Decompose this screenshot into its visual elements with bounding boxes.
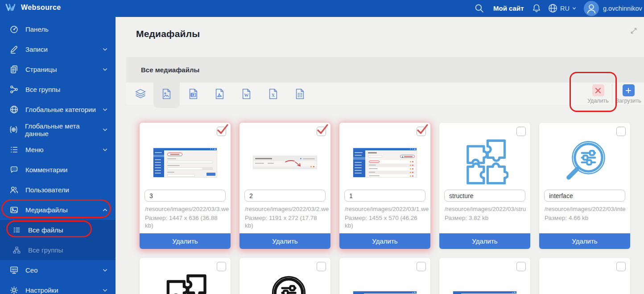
media-thumbnail-magnifier-black-icon	[245, 271, 325, 294]
sidebar-item-settings[interactable]: Настройки	[0, 280, 116, 294]
sidebar-subitem-all-groups[interactable]: Все группы	[0, 240, 116, 260]
globe-icon	[9, 105, 19, 114]
topbar: Websource Мой сайт RU g.ovch	[0, 0, 644, 17]
pages-icon	[9, 65, 19, 74]
avatar[interactable]	[584, 1, 599, 16]
sidebar-subitem-all-files[interactable]: Все файлы	[0, 220, 116, 240]
card-checkbox-checked[interactable]	[217, 127, 226, 136]
globe-icon	[548, 3, 558, 13]
language-label: RU	[560, 5, 570, 12]
sidebar-item-users[interactable]: Пользователи	[0, 180, 116, 200]
card-checkbox-checked[interactable]	[317, 127, 326, 136]
expand-fullscreen-icon[interactable]	[630, 27, 638, 37]
card-delete-button[interactable]: Удалить	[239, 233, 330, 249]
search-icon[interactable]	[474, 3, 484, 15]
media-path: /resource/images/2022/03/1.we	[345, 206, 429, 212]
sidebar-item-pages[interactable]: Страницы	[0, 59, 116, 79]
my-site-link[interactable]: Мой сайт	[493, 4, 524, 12]
card-delete-button[interactable]: Удалить	[339, 233, 430, 249]
media-name-input[interactable]	[244, 190, 326, 202]
sidebar-item-menu[interactable]: Меню	[0, 140, 116, 160]
chevron-down-icon	[102, 267, 108, 273]
file-pdf-icon	[214, 88, 226, 100]
media-path: /resource/images/2022/03/inte	[545, 206, 629, 212]
card-checkbox[interactable]	[616, 127, 626, 136]
media-name-input[interactable]	[544, 190, 625, 202]
media-card	[539, 258, 630, 294]
card-delete-button[interactable]: Удалить	[539, 233, 630, 249]
tab-word[interactable]: W	[233, 83, 260, 105]
card-checkbox[interactable]	[616, 262, 626, 271]
card-delete-button[interactable]: Удалить	[439, 233, 530, 249]
media-path: /resource/images/2022/03/3.we	[145, 206, 230, 212]
mediafiles-submenu: Все файлы Все группы	[0, 220, 116, 260]
delete-label: Удалить	[584, 98, 612, 104]
tab-all-files[interactable]	[127, 83, 153, 105]
media-card: /resource/images/2022/03/3.we Размер: 14…	[140, 123, 231, 249]
sidebar-item-posts[interactable]: Записи	[0, 39, 116, 59]
media-path: /resource/images/2022/03/2.we	[245, 206, 330, 212]
card-checkbox[interactable]	[516, 127, 526, 136]
card-delete-button[interactable]: Удалить	[140, 233, 231, 249]
tab-pdf[interactable]	[206, 83, 233, 105]
media-card	[339, 258, 430, 294]
file-excel-icon: X	[267, 88, 279, 100]
media-path: /resource/images/2022/03/stru	[445, 206, 529, 212]
media-size: Размер: 1191 x 272 (17.78 kb)	[245, 214, 326, 229]
tab-excel[interactable]: X	[260, 83, 286, 105]
svg-text:W: W	[244, 92, 248, 97]
tab-video[interactable]	[180, 83, 206, 105]
comment-icon	[9, 165, 19, 174]
list-icon	[9, 145, 19, 154]
media-thumbnail-screenshot	[345, 136, 425, 189]
red-checkmark-icon	[215, 124, 229, 136]
sidebar-item-label: Сео	[25, 266, 38, 274]
svg-text:SEO: SEO	[11, 268, 16, 271]
brand-logo[interactable]: Websource	[5, 3, 61, 12]
file-type-tabs: W X Удалить Загрузить	[126, 83, 644, 105]
globe-braces-icon	[9, 125, 18, 134]
chevron-up-icon	[102, 207, 108, 213]
sidebar-item-label: Все группы	[25, 86, 60, 93]
media-files-page: Websource Мой сайт RU g.ovch	[0, 0, 644, 294]
sidebar-item-global-meta[interactable]: Глобальные мета данные	[0, 120, 116, 140]
card-checkbox[interactable]	[317, 262, 326, 271]
sidebar-item-label: Комментарии	[25, 166, 67, 174]
image-icon	[9, 205, 19, 215]
media-card	[140, 258, 231, 294]
card-checkbox[interactable]	[217, 262, 226, 271]
tab-other[interactable]	[287, 83, 313, 105]
chevron-down-icon	[102, 287, 108, 294]
seo-monitor-icon: SEO	[9, 265, 19, 275]
chevron-down-icon	[102, 66, 108, 73]
chevron-down-icon	[102, 126, 108, 133]
media-thumbnail-puzzle-icon	[445, 136, 525, 189]
media-card: /resource/images/2022/03/inte Размер: 4.…	[539, 123, 630, 249]
file-image-icon	[161, 88, 173, 100]
upload-label: Загрузить	[614, 98, 643, 104]
sidebar-item-seo[interactable]: SEO Сео	[0, 260, 116, 280]
media-name-input[interactable]	[144, 190, 226, 202]
toolbar-upload-button[interactable]: Загрузить	[614, 84, 643, 104]
media-name-input[interactable]	[344, 190, 425, 202]
toolbar-delete-button[interactable]: Удалить	[584, 84, 612, 104]
sidebar-item-mediafiles[interactable]: Медиафайлы	[0, 200, 116, 220]
card-checkbox[interactable]	[417, 262, 426, 271]
tab-images[interactable]	[153, 83, 180, 105]
nodes-icon	[9, 85, 19, 94]
notifications-bell-icon[interactable]	[532, 3, 541, 15]
sidebar-item-dashboard[interactable]: Панель	[0, 19, 116, 39]
sidebar-item-all-groups[interactable]: Все группы	[0, 79, 116, 99]
sidebar-item-comments[interactable]: Комментарии	[0, 160, 116, 180]
language-switcher[interactable]: RU	[548, 3, 577, 13]
sidebar-item-global-categories[interactable]: Глобальные категории	[0, 99, 116, 120]
main-content: Медиафайлы Все медиафайлы W	[116, 17, 644, 294]
card-checkbox[interactable]	[516, 262, 526, 271]
media-thumbnail-screenshot	[545, 271, 625, 294]
username[interactable]: g.ovchinnikov	[603, 5, 644, 12]
card-checkbox-checked[interactable]	[417, 127, 426, 136]
media-thumbnail-screenshot	[245, 136, 325, 189]
media-name-input[interactable]	[444, 190, 525, 202]
caret-down-icon	[572, 6, 577, 11]
sidebar-item-label: Глобальные категории	[25, 106, 96, 113]
